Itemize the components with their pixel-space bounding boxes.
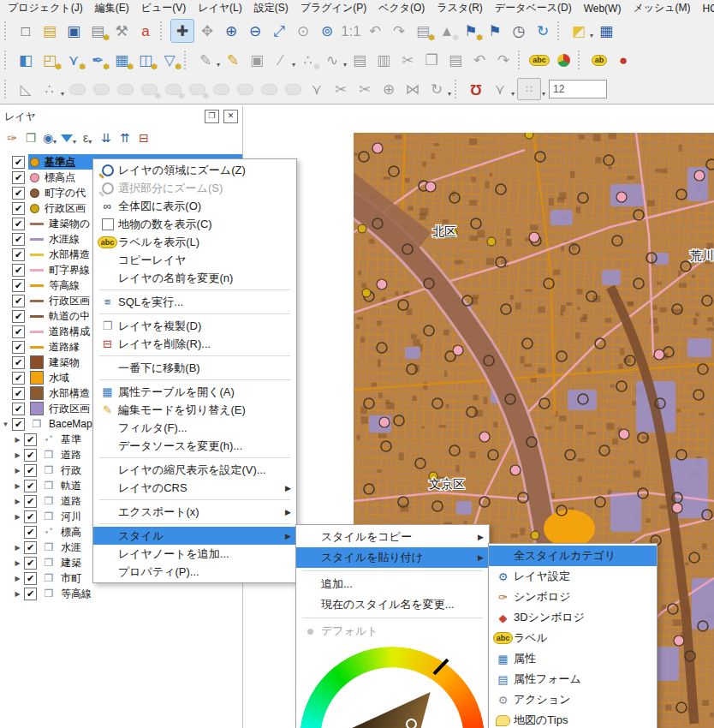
- show-bookmarks-icon[interactable]: ⚑: [484, 20, 506, 42]
- context-menu-item-3[interactable]: 地物の数を表示(C): [93, 215, 296, 233]
- expand-icon[interactable]: ▶: [12, 513, 23, 521]
- vertex-tool-icon-dropdown[interactable]: ▾: [343, 61, 347, 69]
- select-features-icon-dropdown[interactable]: ▾: [590, 32, 593, 39]
- snap-tolerance-spinbox[interactable]: 12: [549, 80, 607, 98]
- layer-checkbox-9[interactable]: ✔: [12, 295, 25, 307]
- filter-legend-icon[interactable]: ▾: [61, 128, 76, 147]
- menubar-item-4[interactable]: 設定(S): [248, 0, 295, 16]
- snap-options-icon-dropdown[interactable]: ▾: [542, 90, 545, 98]
- menubar-item-7[interactable]: ラスタ(R): [431, 0, 489, 16]
- layer-checkbox-23[interactable]: ✔: [24, 510, 37, 523]
- layer-checkbox-10[interactable]: ✔: [12, 310, 25, 323]
- paste-style-submenu-item-4[interactable]: abcラベル: [489, 628, 657, 648]
- layer-checkbox-3[interactable]: ✔: [12, 202, 25, 215]
- layer-checkbox-12[interactable]: ✔: [12, 341, 25, 354]
- paste-style-submenu-item-8[interactable]: 地図のTips: [489, 710, 657, 728]
- add-group-icon[interactable]: ❐: [23, 128, 39, 147]
- project-save-icon[interactable]: ▣: [62, 20, 85, 42]
- refresh-icon[interactable]: ↻: [532, 20, 554, 42]
- menubar-item-2[interactable]: ビュー(V): [135, 0, 193, 16]
- layer-checkbox-19[interactable]: ✔: [24, 449, 37, 462]
- layer-checkbox-4[interactable]: ✔: [12, 218, 25, 230]
- style-manager-icon[interactable]: a: [134, 20, 157, 42]
- menubar-item-11[interactable]: HCMGIS: [697, 1, 714, 16]
- select-features-icon[interactable]: ◩: [568, 20, 590, 42]
- expand-icon[interactable]: ▶: [12, 559, 23, 567]
- layer-checkbox-22[interactable]: ✔: [24, 495, 37, 508]
- expand-icon[interactable]: ▶: [12, 575, 23, 582]
- menubar-item-5[interactable]: プラグイン(P): [295, 0, 372, 16]
- context-menu-item-16[interactable]: ✎編集モードを切り替え(E): [93, 401, 296, 419]
- paste-style-submenu-item-7[interactable]: ⚙アクション: [489, 689, 657, 710]
- expand-icon[interactable]: ▶: [12, 498, 23, 505]
- zoom-in-icon[interactable]: ⊕: [220, 20, 242, 42]
- menubar-item-10[interactable]: メッシュ(M): [627, 0, 696, 16]
- new-bookmark-icon[interactable]: ⚑✱: [460, 20, 482, 42]
- paste-style-submenu-item-2[interactable]: ✑シンボロジ: [489, 587, 657, 607]
- expand-icon[interactable]: ▶: [12, 590, 23, 598]
- layer-checkbox-11[interactable]: ✔: [12, 325, 25, 338]
- layer-checkbox-0[interactable]: ✔: [12, 156, 25, 169]
- paste-style-submenu-item-6[interactable]: ▤属性フォーム: [489, 669, 657, 689]
- style-submenu-item-1[interactable]: スタイルを貼り付け▶: [296, 547, 489, 568]
- context-menu-item-20[interactable]: レイヤの縮尺表示を設定(V)...: [93, 461, 296, 479]
- context-menu-item-18[interactable]: データソースを変更(h)...: [93, 437, 296, 455]
- zoom-to-layer-icon[interactable]: ⊚: [316, 20, 338, 42]
- highlight-pinned-labels-icon[interactable]: ●: [612, 49, 634, 71]
- menubar-item-3[interactable]: レイヤ(L): [192, 0, 248, 16]
- layer-checkbox-27[interactable]: ✔: [24, 572, 37, 585]
- context-menu-item-13[interactable]: 一番下に移動(B): [93, 359, 296, 377]
- context-menu-item-15[interactable]: ▦属性テーブルを開く(A): [93, 383, 296, 401]
- layer-checkbox-7[interactable]: ✔: [12, 264, 25, 277]
- layer-checkbox-17[interactable]: ✔: [12, 418, 25, 431]
- paste-style-submenu-item-0[interactable]: 全スタイルカテゴリ: [489, 546, 657, 566]
- layer-checkbox-16[interactable]: ✔: [12, 403, 25, 415]
- context-menu-item-2[interactable]: ∞全体図に表示(O): [93, 197, 296, 215]
- context-menu-item-17[interactable]: フィルタ(F)...: [93, 419, 296, 437]
- float-panel-icon[interactable]: ❐: [205, 110, 219, 123]
- layer-checkbox-5[interactable]: ✔: [12, 233, 25, 246]
- layer-checkbox-21[interactable]: ✔: [24, 480, 37, 492]
- temporal-controller-icon[interactable]: ◷: [508, 20, 530, 42]
- layer-checkbox-6[interactable]: ✔: [12, 248, 25, 261]
- close-panel-icon[interactable]: ✕: [223, 110, 238, 123]
- collapse-all-icon[interactable]: ⇈: [117, 128, 133, 147]
- layer-checkbox-25[interactable]: ✔: [24, 541, 37, 554]
- new-print-layout-icon[interactable]: ▤✱: [86, 20, 109, 42]
- layout-manager-icon[interactable]: ⚒: [110, 20, 133, 42]
- diagram-icon[interactable]: [552, 49, 574, 71]
- new-memory-layer-icon[interactable]: ▦✱: [110, 49, 133, 71]
- pan-map-icon[interactable]: ✚: [170, 19, 194, 43]
- layer-checkbox-8[interactable]: ✔: [12, 279, 25, 292]
- style-submenu-item-0[interactable]: スタイルをコピー▶: [296, 527, 489, 547]
- attribute-table-icon[interactable]: ▦: [595, 20, 617, 42]
- expand-icon[interactable]: ▶: [12, 451, 23, 459]
- snapping-icon[interactable]: Ω: [465, 78, 487, 100]
- layer-checkbox-1[interactable]: ✔: [12, 171, 25, 184]
- new-shapefile-icon[interactable]: ⋎✱: [62, 49, 85, 71]
- new-map-view-icon[interactable]: ▤✱: [412, 20, 434, 42]
- context-menu-item-11[interactable]: ⊟レイヤを削除(R)...: [93, 335, 296, 353]
- new-virtual-layer-icon[interactable]: ◫✱: [134, 49, 157, 71]
- collapse-icon[interactable]: ▼: [0, 421, 11, 428]
- context-menu-item-6[interactable]: レイヤの名前を変更(n): [93, 269, 296, 287]
- rotate-point-symbols-icon-dropdown[interactable]: ▾: [448, 90, 451, 98]
- layer-checkbox-28[interactable]: ✔: [24, 588, 37, 600]
- menubar-item-9[interactable]: Web(W): [578, 1, 628, 16]
- new-mesh-layer-icon[interactable]: ▽✱: [158, 49, 181, 71]
- pin-labels-icon[interactable]: ab: [588, 49, 610, 71]
- context-menu-item-26[interactable]: レイヤノートを追加...: [93, 545, 296, 563]
- zoom-full-icon[interactable]: ⤢: [268, 20, 290, 42]
- layer-checkbox-13[interactable]: ✔: [12, 356, 25, 369]
- layer-checkbox-24[interactable]: ✔: [24, 526, 37, 539]
- labeling-icon[interactable]: abc: [528, 49, 550, 71]
- project-open-icon[interactable]: ▤: [39, 20, 61, 42]
- paste-style-submenu-item-1[interactable]: ⚙レイヤ設定: [489, 566, 657, 587]
- layer-item-28[interactable]: ▶✔❐等高線: [0, 586, 242, 601]
- expand-icon[interactable]: ▶: [12, 436, 23, 444]
- layer-checkbox-18[interactable]: ✔: [24, 433, 37, 446]
- zoom-out-icon[interactable]: ⊖: [244, 20, 266, 42]
- topology-icon-dropdown[interactable]: ▾: [511, 90, 515, 98]
- context-menu-item-23[interactable]: エクスポート(x)▶: [93, 503, 296, 521]
- menubar-item-0[interactable]: プロジェクト(J): [2, 0, 89, 16]
